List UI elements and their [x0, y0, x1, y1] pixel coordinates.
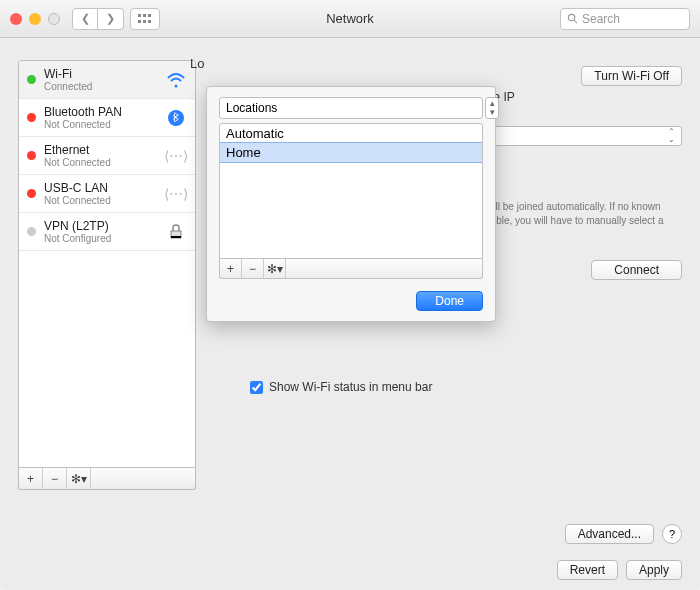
- show-status-checkbox[interactable]: [250, 381, 263, 394]
- svg-rect-4: [143, 20, 146, 23]
- connection-sub: Connected: [44, 81, 157, 92]
- search-input[interactable]: Search: [560, 8, 690, 30]
- connection-name: VPN (L2TP): [44, 219, 157, 233]
- bluetooth-icon: [165, 107, 187, 129]
- location-actions-button[interactable]: ✻▾: [264, 259, 286, 278]
- svg-rect-2: [148, 14, 151, 17]
- connection-actions-button[interactable]: ✻▾: [67, 468, 91, 489]
- ethernet-icon: ⟨⋯⟩: [165, 145, 187, 167]
- connection-sub: Not Connected: [44, 119, 157, 130]
- connect-button[interactable]: Connect: [591, 260, 682, 280]
- grid-icon: [138, 14, 152, 24]
- toolbar-spacer: [286, 259, 482, 278]
- svg-rect-0: [138, 14, 141, 17]
- location-option-automatic[interactable]: Automatic: [220, 124, 482, 143]
- sidebar-toolbar: + − ✻▾: [18, 468, 196, 490]
- remove-location-button[interactable]: −: [242, 259, 264, 278]
- show-status-label: Show Wi-Fi status in menu bar: [269, 380, 432, 394]
- connection-item-bt[interactable]: Bluetooth PANNot Connected: [19, 99, 195, 137]
- connection-sub: Not Connected: [44, 157, 157, 168]
- connection-name: Wi-Fi: [44, 67, 157, 81]
- search-placeholder: Search: [582, 12, 620, 26]
- connection-item-usbc[interactable]: USB-C LANNot Connected ⟨⋯⟩: [19, 175, 195, 213]
- location-option-home[interactable]: Home: [220, 143, 482, 162]
- svg-rect-5: [148, 20, 151, 23]
- svg-line-7: [574, 20, 577, 23]
- help-button[interactable]: ?: [662, 524, 682, 544]
- search-icon: [567, 13, 578, 24]
- nav-buttons: ❮ ❯: [72, 8, 124, 30]
- show-all-button[interactable]: [130, 8, 160, 30]
- traffic-lights: [10, 13, 60, 25]
- locations-list[interactable]: Automatic Home: [219, 123, 483, 259]
- revert-button[interactable]: Revert: [557, 560, 618, 580]
- close-icon[interactable]: [10, 13, 22, 25]
- wifi-icon: [165, 69, 187, 91]
- connection-item-wifi[interactable]: Wi-FiConnected: [19, 61, 195, 99]
- connection-name: Bluetooth PAN: [44, 105, 157, 119]
- svg-point-6: [568, 14, 574, 20]
- locations-popover: ▴▾ Automatic Home + − ✻▾ Done: [206, 86, 496, 322]
- status-dot: [27, 151, 36, 160]
- status-dot: [27, 227, 36, 236]
- svg-rect-10: [171, 236, 181, 238]
- advanced-button[interactable]: Advanced...: [565, 524, 654, 544]
- locations-stepper[interactable]: ▴▾: [485, 97, 499, 119]
- back-button[interactable]: ❮: [72, 8, 98, 30]
- add-location-button[interactable]: +: [220, 259, 242, 278]
- ethernet-icon: ⟨⋯⟩: [165, 183, 187, 205]
- remove-connection-button[interactable]: −: [43, 468, 67, 489]
- done-button[interactable]: Done: [416, 291, 483, 311]
- location-label: Lo: [190, 56, 204, 71]
- preferences-window: ❮ ❯ Network Search Lo Wi-FiConnected: [0, 0, 700, 590]
- status-dot: [27, 75, 36, 84]
- connection-name: Ethernet: [44, 143, 157, 157]
- connection-sidebar: Wi-FiConnected Bluetooth PANNot Connecte…: [18, 60, 196, 490]
- connection-list[interactable]: Wi-FiConnected Bluetooth PANNot Connecte…: [18, 60, 196, 468]
- add-connection-button[interactable]: +: [19, 468, 43, 489]
- svg-rect-1: [143, 14, 146, 17]
- zoom-icon[interactable]: [48, 13, 60, 25]
- locations-toolbar: + − ✻▾: [219, 259, 483, 279]
- connection-name: USB-C LAN: [44, 181, 157, 195]
- minimize-icon[interactable]: [29, 13, 41, 25]
- status-dot: [27, 189, 36, 198]
- lock-icon: [165, 221, 187, 243]
- connection-item-vpn[interactable]: VPN (L2TP)Not Configured: [19, 213, 195, 251]
- content-area: Lo Wi-FiConnected Bluetooth PANNot Conne…: [0, 38, 700, 590]
- toolbar-spacer: [91, 468, 195, 489]
- svg-rect-3: [138, 20, 141, 23]
- locations-field[interactable]: [219, 97, 483, 119]
- connection-sub: Not Connected: [44, 195, 157, 206]
- apply-button[interactable]: Apply: [626, 560, 682, 580]
- forward-button[interactable]: ❯: [98, 8, 124, 30]
- titlebar: ❮ ❯ Network Search: [0, 0, 700, 38]
- connection-sub: Not Configured: [44, 233, 157, 244]
- status-dot: [27, 113, 36, 122]
- turn-wifi-off-button[interactable]: Turn Wi-Fi Off: [581, 66, 682, 86]
- connection-item-eth[interactable]: EthernetNot Connected ⟨⋯⟩: [19, 137, 195, 175]
